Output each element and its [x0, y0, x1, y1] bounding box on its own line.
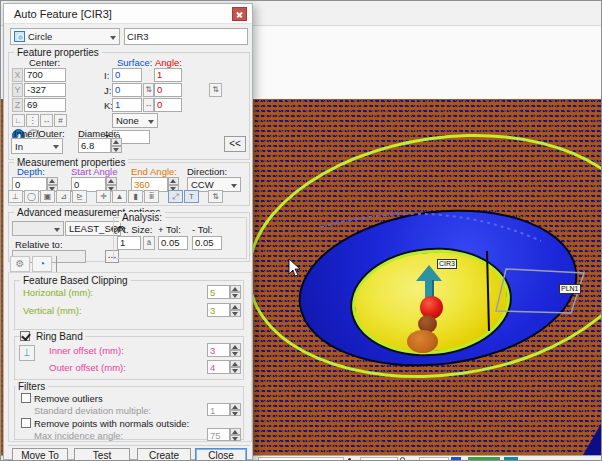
measure-order-icon[interactable]: ⊥ [8, 190, 23, 203]
columns-icon[interactable]: ⅲ [144, 190, 159, 203]
box-sample-icon[interactable]: ▣ [40, 190, 55, 203]
status-ring-icon [400, 457, 405, 461]
move-to-button[interactable]: Move To [12, 448, 68, 461]
ring-band-checkbox[interactable] [20, 331, 30, 341]
outer-offset-label: Outer offset (mm): [49, 362, 126, 373]
horizontal-field[interactable]: 5 [207, 285, 230, 299]
center-z-field[interactable]: 69 [24, 98, 66, 112]
spinner-up-icon[interactable] [230, 303, 241, 310]
spinner-down-icon[interactable] [230, 367, 241, 374]
remove-outliers-checkbox[interactable] [21, 393, 31, 403]
collapse-dialog-button[interactable]: << [224, 136, 246, 152]
filters-group: Filters Remove outliers Standard deviati… [14, 386, 244, 440]
dialog-titlebar[interactable]: Auto Feature [CIR3] [4, 4, 252, 24]
flip-surface-vector-icon[interactable]: ⇅ [143, 83, 154, 97]
remove-normals-checkbox[interactable] [21, 418, 31, 428]
points-toggle-icon[interactable]: ⋮ [26, 114, 39, 127]
flip-angle-vector-icon[interactable]: ⇅ [209, 83, 222, 97]
inner-offset-spin-buttons[interactable] [230, 343, 241, 357]
outer-offset-spinner: 4 [207, 360, 241, 374]
hit-pattern-alt-icon[interactable]: ⊵ [72, 190, 87, 203]
surface-i-field[interactable]: 0 [112, 68, 142, 82]
spinner-down-icon[interactable] [111, 146, 122, 154]
width-toggle-icon[interactable]: ↔ [40, 114, 53, 127]
spinner-up-icon[interactable] [106, 177, 117, 185]
plus-tol-label: + Tol: [158, 224, 181, 235]
move-to-mnemonic: M [21, 450, 29, 461]
spinner-up-icon[interactable] [230, 360, 241, 367]
remove-normals-label: Remove points with normals outside: [34, 418, 189, 429]
direction-label: Direction: [187, 166, 227, 177]
advanced-options-group: Advanced measurement options LEAST_SQR R… [8, 212, 250, 262]
pt-size-field[interactable]: 1 [117, 236, 141, 250]
close-icon[interactable] [232, 7, 247, 21]
feature-name-input[interactable]: CIR3 [124, 28, 248, 45]
spinner-down-icon[interactable] [230, 350, 241, 357]
ring-band-icon[interactable]: ⟘ [19, 345, 35, 361]
hit-pattern-icon[interactable]: ⊿ [56, 190, 71, 203]
feature-type-select[interactable]: Circle [10, 28, 120, 45]
pt-size-label: Pt. Size: [117, 224, 152, 235]
vertical-field[interactable]: 3 [207, 303, 230, 317]
spinner-up-icon[interactable] [47, 177, 58, 185]
probe-side-icon[interactable]: ▮ [128, 190, 143, 203]
spinner-down-icon[interactable] [230, 310, 241, 317]
center-y-field[interactable]: -327 [24, 83, 66, 97]
center-x-field[interactable]: 700 [24, 68, 66, 82]
angle-i-field[interactable]: 1 [154, 68, 182, 82]
test-button[interactable]: Test [74, 448, 130, 461]
spinner-up-icon[interactable] [111, 138, 122, 146]
max-incidence-spinner: 75 [207, 428, 241, 441]
relative-to-label: Relative to: [15, 239, 63, 250]
probe-center-icon[interactable]: ✛ [96, 190, 111, 203]
spinner-up-icon[interactable] [230, 285, 241, 292]
text-anchor-icon[interactable]: T [184, 190, 199, 203]
close-button[interactable]: Close [195, 448, 247, 461]
vertical-spin-buttons[interactable] [230, 303, 241, 317]
angle-j-field[interactable]: 0 [154, 83, 182, 97]
tab-rescan[interactable]: ◔ [32, 256, 52, 272]
max-incidence-field: 75 [207, 428, 230, 441]
axes-toggle-icon[interactable]: ∟ [12, 114, 25, 127]
minus-tol-label: - Tol: [192, 224, 212, 235]
inner-outer-select[interactable]: In [11, 138, 63, 154]
spinner-down-icon[interactable] [230, 292, 241, 299]
diameter-spin-buttons[interactable] [111, 138, 122, 153]
minus-tol-field[interactable]: 0.05 [192, 236, 222, 250]
std-dev-label: Standard deviation multiple: [34, 405, 151, 416]
inner-offset-field[interactable]: 3 [207, 343, 230, 357]
sensor-select-value: None [116, 115, 139, 126]
outer-offset-spin-buttons[interactable] [230, 360, 241, 374]
diagonal-measure-icon[interactable]: ⤢ [168, 190, 183, 203]
surface-j-field[interactable]: 0 [112, 83, 142, 97]
spinner-down-icon [230, 435, 241, 442]
outer-offset-field[interactable]: 4 [207, 360, 230, 374]
analysis-label: Analysis: [119, 212, 165, 223]
diameter-field[interactable]: 6.8 [78, 138, 111, 153]
i-label: I: [104, 70, 109, 81]
spinner-up-icon[interactable] [230, 343, 241, 350]
create-button[interactable]: Create [137, 448, 191, 461]
status-field-3[interactable] [419, 457, 449, 461]
surface-k-field[interactable]: 1 [112, 98, 142, 112]
angle-k-field[interactable]: 0 [154, 98, 182, 112]
spinner-up-icon[interactable] [168, 177, 179, 185]
horizontal-spin-buttons[interactable] [230, 285, 241, 299]
sensor-select[interactable]: None [112, 113, 158, 128]
cir3-feature-label: CIR3 [437, 259, 457, 269]
status-field-2[interactable] [360, 457, 398, 461]
grid-toggle-icon[interactable]: # [54, 114, 67, 127]
auto-feature-dialog: Auto Feature [CIR3] Circle CIR3 Feature … [3, 3, 253, 460]
swap-vector-icon[interactable]: ↔ [143, 98, 154, 112]
tab-probe-options[interactable]: ⚙ [10, 256, 30, 272]
analysis-toggle-icon[interactable]: ā [143, 236, 155, 250]
circle-path-icon[interactable]: ◯ [24, 190, 39, 203]
status-field-1[interactable] [258, 457, 344, 461]
max-incidence-spin-buttons [230, 428, 241, 441]
plus-tol-field[interactable]: 0.05 [158, 236, 188, 250]
vertical-spinner: 3 [207, 303, 241, 317]
probe-up-icon[interactable]: ▲ [112, 190, 127, 203]
updown-icon[interactable]: ⇅ [208, 190, 223, 203]
center-label: Center: [29, 57, 60, 68]
move-to-rest: ove To [30, 450, 59, 461]
